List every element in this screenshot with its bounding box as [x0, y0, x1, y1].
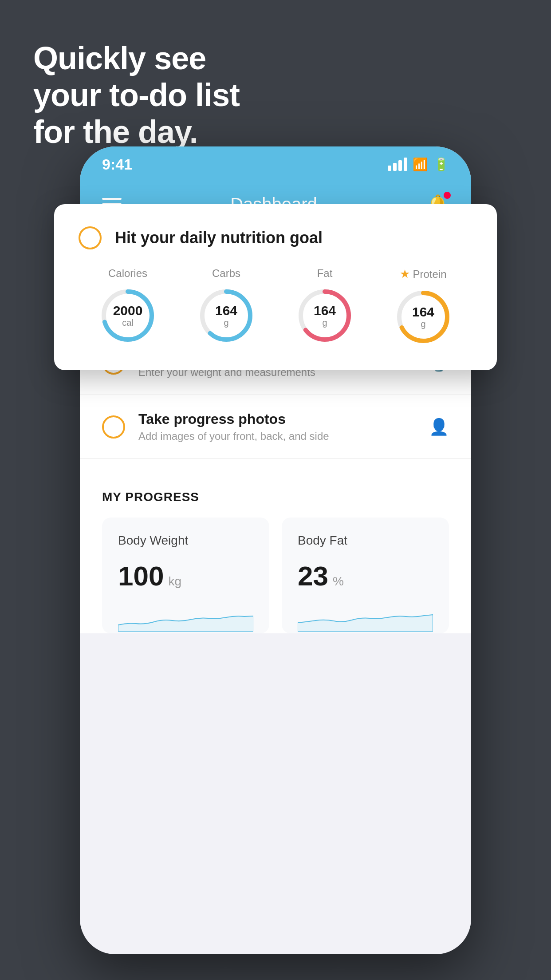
- calories-circle: 2000 cal: [99, 287, 157, 344]
- todo-subtitle-photos: Add images of your front, back, and side: [138, 430, 416, 443]
- battery-icon: 🔋: [433, 157, 449, 172]
- fat-value: 164: [314, 304, 336, 317]
- body-weight-value: 100: [118, 560, 164, 592]
- carbs-circle: 164 g: [197, 287, 255, 344]
- hero-text: Quickly see your to-do list for the day.: [33, 40, 240, 150]
- carbs-item: Carbs 164 g: [197, 267, 255, 344]
- protein-star-icon: ★: [400, 267, 410, 281]
- protein-label: ★ Protein: [400, 267, 446, 281]
- carbs-label: Carbs: [212, 267, 240, 280]
- body-fat-label: Body Fat: [298, 533, 433, 548]
- progress-header: MY PROGRESS: [102, 490, 449, 504]
- calories-item: Calories 2000 cal: [99, 267, 157, 344]
- fat-circle: 164 g: [296, 287, 354, 344]
- calories-unit: cal: [113, 318, 143, 327]
- nutrition-card: Hit your daily nutrition goal Calories 2…: [54, 204, 497, 370]
- carbs-unit: g: [215, 318, 237, 327]
- notification-dot: [444, 192, 451, 199]
- calories-label: Calories: [108, 267, 147, 280]
- wifi-icon: 📶: [413, 157, 428, 172]
- carbs-value: 164: [215, 304, 237, 317]
- body-weight-value-row: 100 kg: [118, 560, 253, 592]
- protein-value: 164: [412, 305, 434, 319]
- todo-text-photos: Take progress photos Add images of your …: [138, 411, 416, 443]
- todo-item-photos[interactable]: Take progress photos Add images of your …: [80, 395, 471, 459]
- hero-line2: your to-do list: [33, 77, 240, 114]
- status-bar: 9:41 📶 🔋: [80, 146, 471, 182]
- protein-unit: g: [412, 320, 434, 328]
- fat-unit: g: [314, 318, 336, 327]
- status-time: 9:41: [102, 156, 132, 173]
- hero-line1: Quickly see: [33, 40, 240, 77]
- body-fat-chart: [298, 605, 433, 632]
- signal-icon: [388, 158, 407, 171]
- progress-section: MY PROGRESS Body Weight 100 kg Body Fat: [80, 468, 471, 633]
- todo-circle-photos: [102, 415, 125, 439]
- nutrition-circles-row: Calories 2000 cal Carbs: [79, 267, 472, 346]
- nutrition-check-circle[interactable]: [79, 226, 102, 249]
- hero-line3: for the day.: [33, 114, 240, 150]
- protein-circle: 164 g: [394, 288, 452, 346]
- photo-icon: 👤: [429, 418, 449, 436]
- body-fat-unit: %: [333, 574, 344, 589]
- body-fat-value-row: 23 %: [298, 560, 433, 592]
- body-weight-unit: kg: [168, 574, 181, 589]
- fat-label: Fat: [317, 267, 333, 280]
- body-weight-card[interactable]: Body Weight 100 kg: [102, 518, 269, 633]
- card-title-row: Hit your daily nutrition goal: [79, 226, 472, 249]
- fat-item: Fat 164 g: [296, 267, 354, 344]
- nutrition-card-title: Hit your daily nutrition goal: [115, 229, 323, 247]
- body-fat-value: 23: [298, 560, 328, 592]
- todo-title-photos: Take progress photos: [138, 411, 416, 427]
- body-weight-chart: [118, 605, 253, 632]
- body-fat-card[interactable]: Body Fat 23 %: [282, 518, 449, 633]
- calories-value: 2000: [113, 304, 143, 317]
- protein-item: ★ Protein 164 g: [394, 267, 452, 346]
- body-weight-label: Body Weight: [118, 533, 253, 548]
- status-icons: 📶 🔋: [388, 157, 449, 172]
- progress-cards: Body Weight 100 kg Body Fat 23 %: [102, 518, 449, 633]
